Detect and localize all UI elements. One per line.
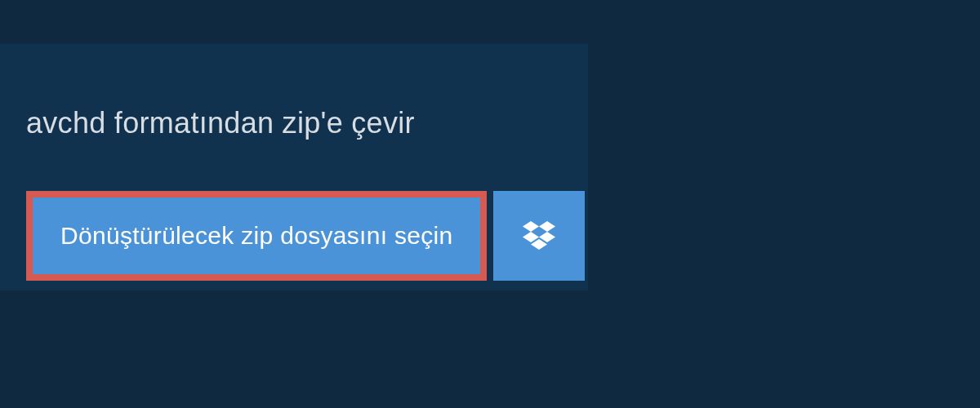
dropbox-icon — [523, 221, 555, 251]
svg-marker-0 — [523, 221, 539, 232]
converter-panel: avchd formatından zip'e çevir Dönüştürül… — [0, 44, 588, 290]
select-file-button-label: Dönüştürülecek zip dosyasını seçin — [60, 222, 452, 250]
svg-marker-1 — [539, 221, 555, 232]
page-title: avchd formatından zip'e çevir — [26, 106, 415, 140]
action-button-row: Dönüştürülecek zip dosyasını seçin — [26, 191, 585, 281]
select-file-button[interactable]: Dönüştürülecek zip dosyasını seçin — [26, 191, 487, 281]
dropbox-button[interactable] — [493, 191, 585, 281]
